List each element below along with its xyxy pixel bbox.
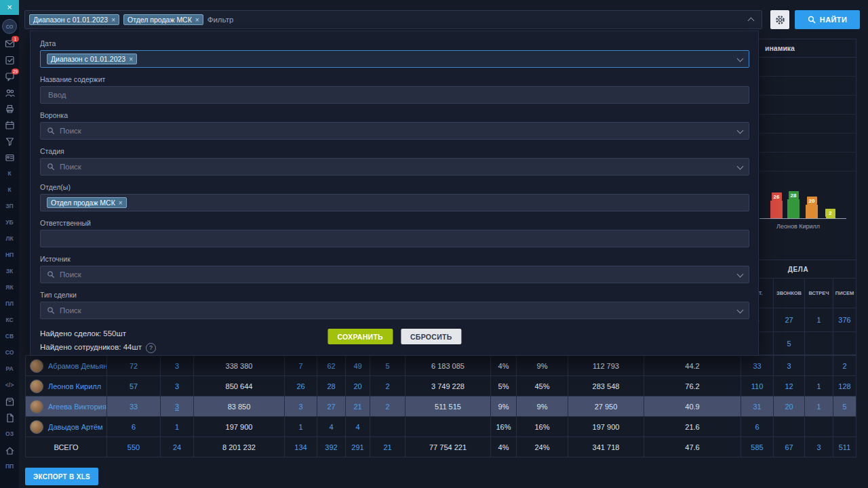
sidebar-item[interactable]: </>	[0, 377, 19, 393]
sidebar-item-home[interactable]	[0, 442, 19, 458]
sidebar-item[interactable]: НП	[0, 247, 19, 263]
sidebar-item-tasks[interactable]	[0, 52, 19, 68]
filter-chip[interactable]: Отдел продаж МСК×	[47, 197, 127, 208]
table-row-highlighted[interactable]: Агеева Виктория 33 3 83 850 3 27 21 2 51…	[26, 396, 856, 417]
table-cell[interactable]: 110	[741, 376, 774, 396]
departments-field[interactable]: Отдел продаж МСК×	[40, 194, 749, 211]
table-cell[interactable]: 585	[741, 437, 774, 458]
responsible-input[interactable]	[47, 234, 743, 243]
chart-bar[interactable]: 2	[825, 209, 835, 218]
source-select[interactable]: Поиск	[40, 266, 749, 283]
chip-remove-icon[interactable]: ×	[119, 199, 123, 207]
sidebar-item-print[interactable]	[0, 100, 19, 117]
sidebar-close-button[interactable]: ×	[0, 0, 19, 15]
employee-name[interactable]: Агеева Виктория	[48, 403, 106, 411]
table-cell[interactable]	[774, 417, 805, 437]
sidebar-item[interactable]: К	[0, 165, 19, 182]
table-cell[interactable]: 1	[161, 417, 194, 437]
table-cell[interactable]: 4	[317, 417, 346, 437]
sidebar-item[interactable]: ЗП	[0, 198, 19, 214]
table-cell[interactable]: 12	[774, 376, 805, 396]
table-cell[interactable]: 57	[107, 376, 161, 396]
find-button[interactable]: НАЙТИ	[795, 10, 860, 29]
sidebar-item-contacts[interactable]	[0, 84, 19, 100]
chart-bar[interactable]: 28	[787, 191, 800, 218]
sidebar-item-box[interactable]	[0, 393, 19, 409]
table-cell[interactable]: 3	[285, 396, 317, 417]
table-cell[interactable]: 27	[773, 308, 804, 331]
filter-chip[interactable]: Диапазон с 01.01.2023×	[29, 14, 119, 25]
sidebar-item[interactable]: ЯК	[0, 279, 19, 296]
table-cell[interactable]: 31	[741, 396, 774, 417]
table-cell[interactable]: 1	[804, 308, 833, 331]
help-icon[interactable]: ?	[146, 343, 156, 353]
table-cell[interactable]: 128	[833, 376, 856, 396]
sidebar-item-card[interactable]	[0, 149, 19, 165]
employee-name-cell[interactable]: Агеева Виктория	[26, 396, 107, 417]
table-cell[interactable]: 24	[161, 437, 194, 458]
sidebar-item[interactable]: ЗК	[0, 263, 19, 279]
funnel-select[interactable]: Поиск	[40, 122, 749, 140]
employee-name[interactable]: Леонов Кирилл	[48, 382, 101, 390]
table-cell[interactable]: 5	[833, 396, 856, 417]
table-cell[interactable]	[805, 356, 833, 376]
chevron-up-icon[interactable]	[748, 18, 755, 24]
table-cell[interactable]	[804, 332, 833, 354]
table-cell[interactable]: 2	[833, 356, 856, 376]
table-cell[interactable]: 550	[107, 437, 161, 458]
table-cell[interactable]: 3	[161, 376, 194, 396]
table-cell[interactable]: 6	[107, 417, 161, 437]
sidebar-item-document[interactable]	[0, 409, 19, 426]
table-cell[interactable]: 2	[370, 396, 406, 417]
table-cell[interactable]: 21	[346, 396, 370, 417]
sidebar-item[interactable]: УБ	[0, 214, 19, 230]
sidebar-item-mail[interactable]: 1	[0, 35, 19, 52]
employee-name-cell[interactable]: Давыдов Артём	[26, 417, 107, 437]
chevron-down-icon[interactable]	[737, 127, 744, 134]
table-cell[interactable]: 21	[370, 437, 406, 458]
table-cell[interactable]: 3	[805, 437, 833, 458]
chip-remove-icon[interactable]: ×	[195, 16, 199, 24]
chip-remove-icon[interactable]: ×	[129, 56, 133, 63]
table-cell[interactable]: 511	[833, 437, 856, 458]
table-cell[interactable]: 1	[805, 376, 833, 396]
deal-type-select[interactable]: Поиск	[40, 302, 749, 319]
employee-name-cell[interactable]: Леонов Кирилл	[26, 376, 107, 396]
chevron-down-icon[interactable]	[737, 163, 744, 169]
table-cell[interactable]: 28	[317, 376, 346, 396]
table-cell[interactable]: 67	[774, 437, 805, 458]
sidebar-item[interactable]: СВ	[0, 328, 19, 344]
table-cell[interactable]	[833, 417, 856, 437]
chip-remove-icon[interactable]: ×	[111, 16, 115, 24]
table-cell[interactable]: 1	[285, 417, 317, 437]
chevron-down-icon[interactable]	[737, 55, 744, 62]
save-button[interactable]: СОХРАНИТЬ	[328, 329, 393, 344]
export-xls-button[interactable]: ЭКСПОРТ В XLS	[25, 468, 98, 485]
table-cell[interactable]: 33	[107, 396, 161, 417]
sidebar-item[interactable]: ПЛ	[0, 296, 19, 312]
table-cell[interactable]	[833, 332, 856, 354]
table-cell[interactable]: 291	[346, 437, 370, 458]
table-cell[interactable]: 27	[317, 396, 346, 417]
sidebar-item-chat[interactable]: 29	[0, 68, 19, 84]
name-contains-input[interactable]	[47, 90, 743, 100]
filter-chip[interactable]: Отдел продаж МСК×	[123, 14, 203, 25]
table-cell[interactable]: 3	[774, 356, 805, 376]
sidebar-item[interactable]: РА	[0, 361, 19, 377]
chevron-down-icon[interactable]	[737, 306, 744, 313]
table-cell[interactable]: 1	[805, 396, 833, 417]
table-cell[interactable]: 26	[285, 376, 317, 396]
sidebar-item-filter[interactable]	[0, 133, 19, 149]
sidebar-item-calendar[interactable]	[0, 117, 19, 133]
chart-bar[interactable]: 26	[770, 192, 783, 218]
table-row[interactable]: Леонов Кирилл 57 3 850 644 26 28 20 2 3 …	[26, 376, 856, 396]
table-row[interactable]: Давыдов Артём 6 1 197 900 1 4 4 16% 16% …	[26, 417, 856, 437]
settings-button[interactable]	[770, 10, 789, 29]
chart-bar[interactable]: 20	[806, 197, 818, 218]
table-cell[interactable]: 134	[285, 437, 317, 458]
table-cell[interactable]: 2	[370, 376, 406, 396]
table-cell[interactable]: 6	[741, 417, 774, 437]
date-field[interactable]: Диапазон с 01.01.2023×	[40, 50, 749, 68]
table-cell[interactable]: 5	[773, 332, 804, 354]
table-cell[interactable]	[805, 417, 833, 437]
